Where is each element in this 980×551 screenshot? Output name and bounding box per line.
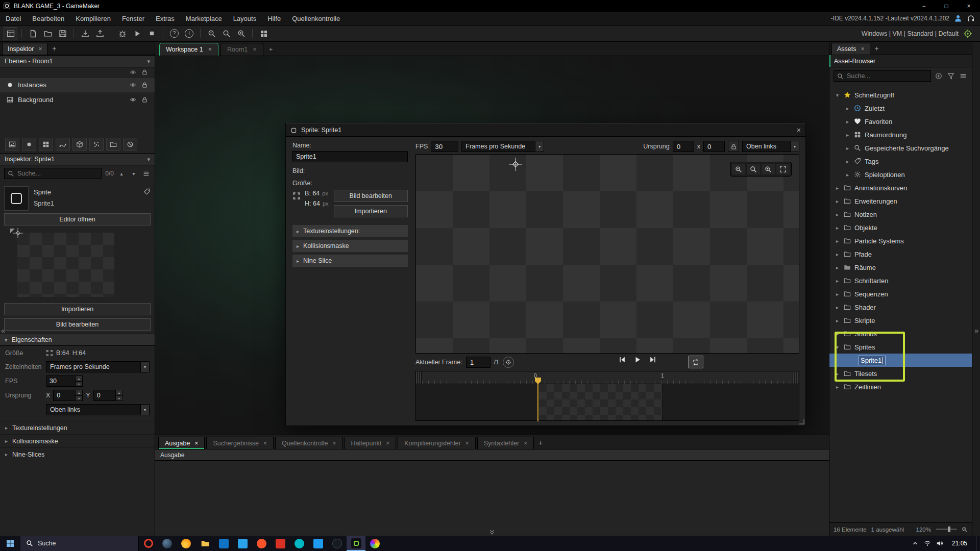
taskbar-app-icon[interactable] bbox=[252, 536, 271, 551]
delete-layer-button[interactable] bbox=[123, 138, 137, 151]
home-button[interactable] bbox=[4, 27, 17, 40]
menu-fenster[interactable]: Fenster bbox=[116, 12, 150, 25]
tree-item-sounds[interactable]: Sounds bbox=[829, 327, 972, 340]
collapse-panel-icon[interactable] bbox=[488, 529, 496, 536]
search-options-button[interactable] bbox=[141, 169, 151, 178]
menu-quellenkontrolle[interactable]: Quellenkontrolle bbox=[286, 12, 346, 25]
increment-icon[interactable] bbox=[116, 390, 122, 395]
tab-kompilierungsfehler[interactable]: Kompilierungsfehler bbox=[398, 437, 476, 449]
lock-origin-button[interactable] bbox=[728, 141, 739, 152]
debug-button[interactable] bbox=[115, 27, 129, 40]
new-project-button[interactable] bbox=[26, 27, 40, 40]
eye-icon[interactable] bbox=[130, 82, 136, 88]
loop-toggle-button[interactable] bbox=[688, 356, 703, 368]
sprite-window-titlebar[interactable]: Sprite: Sprite1 bbox=[286, 123, 805, 137]
caret-collapsed-icon[interactable] bbox=[835, 238, 840, 244]
origin-preset-dropdown[interactable]: Oben links bbox=[46, 404, 150, 415]
stop-button[interactable] bbox=[145, 27, 159, 40]
tree-item-tilesets[interactable]: Tilesets bbox=[829, 367, 972, 380]
zoom-reset-button[interactable] bbox=[747, 164, 760, 174]
collision-mask-section[interactable]: Kollisionsmaske bbox=[292, 240, 408, 252]
caret-collapsed-icon[interactable] bbox=[845, 145, 850, 151]
add-tab-button[interactable] bbox=[49, 43, 59, 54]
add-asset-button[interactable] bbox=[934, 71, 943, 81]
taskbar-app-icon[interactable] bbox=[177, 536, 195, 551]
add-tile-layer-button[interactable] bbox=[39, 138, 53, 151]
tree-item-particle-systems[interactable]: Particle Systems bbox=[829, 234, 972, 247]
decrement-icon[interactable] bbox=[76, 381, 82, 387]
output-log[interactable] bbox=[155, 461, 829, 536]
taskbar-app-icon[interactable] bbox=[195, 536, 214, 551]
taskbar-app-icon[interactable] bbox=[158, 536, 177, 551]
room-grid-button[interactable] bbox=[257, 27, 271, 40]
caret-collapsed-icon[interactable] bbox=[835, 278, 840, 284]
taskbar-app-icon[interactable] bbox=[271, 536, 290, 551]
add-output-tab-button[interactable] bbox=[535, 438, 546, 448]
nine-slice-section[interactable]: Nine Slice bbox=[292, 255, 408, 267]
add-asset-layer-button[interactable] bbox=[72, 138, 87, 151]
show-desktop-button[interactable] bbox=[976, 536, 979, 551]
run-button[interactable] bbox=[130, 27, 144, 40]
zoom-reset-button[interactable] bbox=[219, 27, 233, 40]
tab-assets[interactable]: Assets bbox=[831, 43, 870, 55]
add-workspace-button[interactable] bbox=[265, 43, 277, 55]
tab-inspektor[interactable]: Inspektor bbox=[2, 43, 47, 55]
caret-collapsed-icon[interactable] bbox=[835, 225, 840, 231]
texture-settings-section[interactable]: Textureinstellungen: bbox=[292, 225, 408, 237]
tree-item-spieloptionen[interactable]: Spieloptionen bbox=[829, 168, 972, 181]
menu-layouts[interactable]: Layouts bbox=[228, 12, 262, 25]
origin-x-stepper[interactable] bbox=[53, 390, 83, 401]
menu-hilfe[interactable]: Hilfe bbox=[262, 12, 286, 25]
tree-item-shader[interactable]: Shader bbox=[829, 300, 972, 314]
caret-collapsed-icon[interactable] bbox=[835, 371, 840, 377]
skip-to-end-button[interactable] bbox=[649, 356, 656, 363]
timeline-track[interactable] bbox=[415, 384, 799, 421]
close-tab-icon[interactable] bbox=[465, 440, 469, 447]
sprite-thumbnail[interactable] bbox=[4, 186, 29, 211]
tree-item-favoriten[interactable]: Favoriten bbox=[829, 115, 972, 128]
decrement-icon[interactable] bbox=[76, 395, 82, 401]
caret-collapsed-icon[interactable] bbox=[835, 331, 840, 337]
origin-y-input[interactable] bbox=[703, 141, 725, 152]
texture-settings-section[interactable]: Textureinstellungen bbox=[0, 421, 155, 434]
fps-units-dropdown[interactable]: Frames pro Sekunde bbox=[461, 141, 544, 152]
tab-haltepunkt[interactable]: Haltepunkt bbox=[344, 437, 396, 449]
account-icon[interactable] bbox=[954, 14, 962, 22]
import-button[interactable]: Importieren bbox=[4, 303, 151, 315]
close-tab-icon[interactable] bbox=[208, 46, 212, 53]
tree-item-gespeicherte-suchvorgaenge[interactable]: Gespeicherte Suchvorgänge bbox=[829, 141, 972, 155]
open-project-button[interactable] bbox=[41, 27, 55, 40]
sprite-name-input[interactable] bbox=[292, 151, 408, 162]
clock[interactable]: 21:05 bbox=[952, 540, 967, 547]
open-editor-button[interactable]: Editor öffnen bbox=[4, 213, 151, 226]
tree-item-zeitlinien[interactable]: Zeitlinien bbox=[829, 380, 972, 393]
timeline-ruler[interactable]: 0 1 bbox=[415, 371, 799, 384]
browser-options-button[interactable] bbox=[959, 71, 968, 81]
save-project-button[interactable] bbox=[56, 27, 69, 40]
search-prev-button[interactable] bbox=[117, 169, 126, 178]
caret-collapsed-icon[interactable] bbox=[845, 159, 850, 164]
menu-extras[interactable]: Extras bbox=[150, 12, 180, 25]
caret-collapsed-icon[interactable] bbox=[835, 384, 840, 390]
tree-item-objekte[interactable]: Objekte bbox=[829, 221, 972, 234]
close-tab-icon[interactable] bbox=[263, 440, 267, 447]
caret-collapsed-icon[interactable] bbox=[845, 119, 850, 124]
filter-button[interactable] bbox=[946, 71, 955, 81]
close-tab-icon[interactable] bbox=[861, 45, 865, 53]
minimize-button[interactable] bbox=[913, 0, 935, 12]
skip-to-start-button[interactable] bbox=[619, 356, 626, 363]
tab-syntaxfehler[interactable]: Syntaxfehler bbox=[477, 437, 534, 449]
zoom-in-icon[interactable] bbox=[962, 527, 968, 533]
close-tab-icon[interactable] bbox=[253, 46, 256, 53]
taskbar-search[interactable] bbox=[20, 536, 139, 551]
caret-collapsed-icon[interactable] bbox=[835, 185, 840, 191]
tree-item-zuletzt[interactable]: Zuletzt bbox=[829, 102, 972, 115]
headset-support-icon[interactable] bbox=[967, 14, 975, 22]
collision-mask-section[interactable]: Kollisionsmaske bbox=[0, 434, 155, 447]
zoom-in-button[interactable] bbox=[234, 27, 248, 40]
start-button[interactable] bbox=[0, 536, 20, 551]
menu-datei[interactable]: Datei bbox=[0, 12, 27, 25]
properties-section-header[interactable]: Eigenschaften bbox=[0, 334, 155, 346]
origin-y-stepper[interactable] bbox=[93, 390, 123, 401]
tree-item-schriftarten[interactable]: Schriftarten bbox=[829, 274, 972, 287]
